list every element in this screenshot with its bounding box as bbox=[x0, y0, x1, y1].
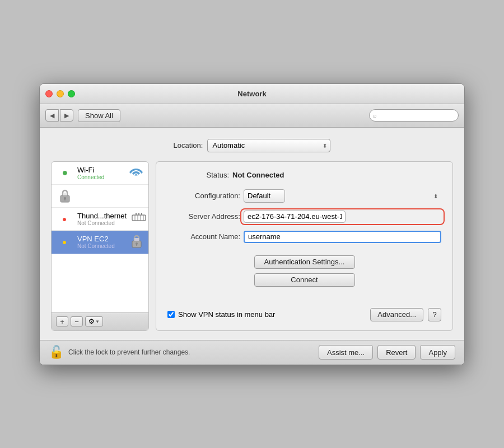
maximize-button[interactable] bbox=[68, 90, 75, 97]
svg-rect-13 bbox=[134, 238, 139, 241]
network-window: Network ◀ ▶ Show All ⌕ Location: Automat… bbox=[39, 83, 465, 365]
advanced-button[interactable]: Advanced... bbox=[370, 308, 423, 321]
apply-button[interactable]: Apply bbox=[420, 345, 455, 360]
search-box: ⌕ bbox=[369, 109, 459, 122]
blank-icon bbox=[57, 188, 73, 204]
connect-button[interactable]: Connect bbox=[254, 273, 355, 287]
configuration-select-wrap: Default bbox=[244, 189, 441, 203]
configuration-select[interactable]: Default bbox=[244, 189, 285, 203]
add-button[interactable]: + bbox=[56, 316, 68, 326]
thunderbolt-title: Thund...thernet bbox=[77, 212, 127, 220]
sidebar-footer: + − ⚙ ▼ bbox=[52, 312, 148, 330]
sidebar-item-wifi[interactable]: ● Wi-Fi Connected bbox=[52, 162, 148, 185]
search-icon: ⌕ bbox=[373, 112, 377, 119]
lock-icon: 🔓 bbox=[49, 345, 64, 360]
wifi-title: Wi-Fi bbox=[77, 166, 104, 174]
content-area: Location: Automatic ● Wi-Fi bbox=[40, 128, 464, 340]
help-button[interactable]: ? bbox=[428, 308, 441, 321]
thunderbolt-item-text: Thund...thernet Not Connected bbox=[77, 212, 127, 226]
vpn-lock-icon bbox=[130, 234, 143, 250]
detail-footer: Show VPN status in menu bar Advanced... … bbox=[167, 302, 441, 321]
vpn-item-text: VPN EC2 Not Connected bbox=[77, 235, 115, 249]
server-address-row: Server Address: bbox=[167, 211, 441, 223]
account-name-input[interactable] bbox=[244, 231, 441, 243]
sidebar: ● Wi-Fi Connected bbox=[51, 161, 149, 331]
search-input[interactable] bbox=[369, 109, 459, 122]
chevron-down-icon: ▼ bbox=[95, 319, 100, 324]
traffic-lights bbox=[45, 90, 75, 97]
server-address-input[interactable] bbox=[244, 211, 346, 223]
yellow-dot-icon: ● bbox=[57, 234, 73, 250]
red-dot-icon: ● bbox=[57, 211, 73, 227]
show-all-button[interactable]: Show All bbox=[78, 109, 120, 122]
location-select-wrapper: Automatic bbox=[207, 139, 330, 152]
auth-settings-button[interactable]: Authentication Settings... bbox=[254, 255, 355, 269]
svg-rect-15 bbox=[136, 244, 137, 246]
wifi-item-text: Wi-Fi Connected bbox=[77, 166, 104, 180]
wifi-signal-icon bbox=[129, 166, 143, 179]
window-footer: 🔓 Click the lock to prevent further chan… bbox=[40, 340, 464, 365]
window-title: Network bbox=[237, 90, 266, 98]
thunderbolt-subtitle: Not Connected bbox=[77, 220, 127, 226]
account-name-label: Account Name: bbox=[167, 232, 240, 241]
location-row: Location: Automatic bbox=[51, 137, 453, 155]
toolbar: ◀ ▶ Show All ⌕ bbox=[40, 104, 464, 128]
footer-buttons: Assist me... Revert Apply bbox=[319, 345, 455, 360]
nav-buttons: ◀ ▶ bbox=[45, 109, 73, 122]
wifi-icon: ● bbox=[57, 165, 73, 181]
back-button[interactable]: ◀ bbox=[45, 109, 59, 122]
forward-button[interactable]: ▶ bbox=[60, 109, 73, 122]
sidebar-item-thunderbolt[interactable]: ● Thund...thernet Not Connected bbox=[52, 208, 148, 231]
status-value: Not Connected bbox=[232, 171, 284, 179]
svg-rect-1 bbox=[63, 193, 67, 195]
wifi-subtitle: Connected bbox=[77, 174, 104, 180]
show-vpn-label: Show VPN status in menu bar bbox=[178, 310, 275, 319]
location-select[interactable]: Automatic bbox=[207, 139, 330, 152]
detail-panel: Status: Not Connected Configuration: Def… bbox=[156, 161, 453, 331]
close-button[interactable] bbox=[45, 90, 53, 97]
action-buttons: Authentication Settings... Connect bbox=[167, 251, 441, 291]
status-label: Status: bbox=[167, 171, 229, 179]
sidebar-item-blank[interactable] bbox=[52, 185, 148, 208]
configuration-row: Configuration: Default bbox=[167, 189, 441, 203]
configuration-label: Configuration: bbox=[167, 192, 240, 200]
sidebar-list: ● Wi-Fi Connected bbox=[52, 162, 148, 312]
titlebar: Network bbox=[40, 84, 464, 104]
remove-button[interactable]: − bbox=[71, 316, 83, 326]
minimize-button[interactable] bbox=[57, 90, 64, 97]
gear-icon: ⚙ bbox=[88, 318, 95, 325]
show-vpn-row: Show VPN status in menu bar bbox=[167, 310, 275, 319]
main-panel: ● Wi-Fi Connected bbox=[51, 161, 453, 331]
vpn-subtitle: Not Connected bbox=[77, 243, 115, 249]
status-row: Status: Not Connected bbox=[167, 171, 441, 184]
vpn-title: VPN EC2 bbox=[77, 235, 115, 243]
lock-text: Click the lock to prevent further change… bbox=[68, 348, 190, 356]
bottom-actions: Advanced... ? bbox=[370, 308, 441, 321]
assist-button[interactable]: Assist me... bbox=[319, 345, 373, 360]
account-name-row: Account Name: bbox=[167, 231, 441, 243]
location-label: Location: bbox=[174, 141, 203, 150]
lock-area: 🔓 Click the lock to prevent further chan… bbox=[49, 345, 190, 360]
server-address-label: Server Address: bbox=[167, 212, 240, 221]
ethernet-icon bbox=[131, 212, 147, 226]
sidebar-item-vpn[interactable]: ● VPN EC2 Not Connected bbox=[52, 231, 148, 254]
svg-rect-3 bbox=[64, 198, 66, 200]
gear-button[interactable]: ⚙ ▼ bbox=[85, 316, 103, 326]
server-address-input-wrap bbox=[244, 211, 441, 223]
revert-button[interactable]: Revert bbox=[377, 345, 416, 360]
show-vpn-checkbox[interactable] bbox=[167, 311, 175, 318]
